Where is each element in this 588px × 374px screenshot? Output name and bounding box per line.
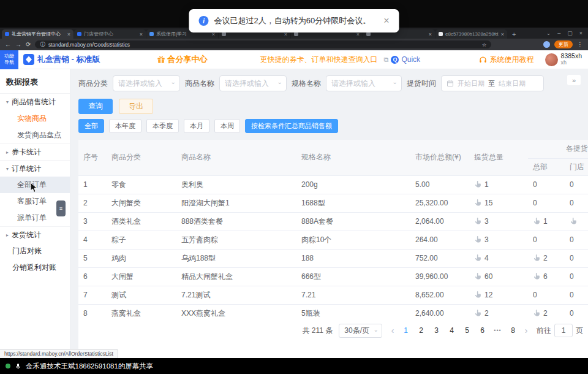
window-close-button[interactable]: ×	[579, 30, 582, 36]
query-button[interactable]: 查询	[78, 99, 113, 114]
sidebar-collapse-handle[interactable]: ≡	[56, 200, 66, 216]
kebab-menu-icon[interactable]: ⋮	[577, 42, 583, 48]
period-tab[interactable]: 本季度	[146, 119, 179, 133]
promo-link[interactable]: 更快捷的券卡、订单和快递查询入口	[260, 55, 378, 65]
forward-icon[interactable]: →	[15, 42, 21, 48]
next-page-icon[interactable]: ›	[522, 326, 530, 335]
tab-close-icon[interactable]: ×	[140, 31, 143, 37]
sidebar-item[interactable]: ▾商品销售统计	[0, 94, 70, 110]
table-cell: 7	[78, 286, 107, 304]
page-number[interactable]: 5	[461, 324, 473, 337]
pickup-total-cell[interactable]: 3	[469, 212, 528, 231]
caret-down-icon: ▾	[6, 166, 12, 172]
sidebar-item[interactable]: 分销返利对账	[0, 259, 70, 276]
table-cell: 188	[296, 249, 410, 267]
table-cell: 肉粽10个	[296, 231, 410, 249]
page-number[interactable]: 3	[430, 324, 443, 337]
browser-tab[interactable]: e8c573980b1328a258fd2e6...×	[435, 29, 507, 39]
page-number[interactable]: 6	[476, 324, 489, 337]
sidebar-item[interactable]: 全部订单	[0, 177, 70, 193]
quick-logo-icon: Q	[391, 56, 399, 64]
store-channel-cell: 0	[565, 175, 588, 194]
prev-page-icon[interactable]: ‹	[388, 326, 397, 335]
sidebar-item[interactable]: 发货商品盘点	[0, 127, 70, 143]
pickup-total-cell[interactable]: 15	[469, 194, 528, 212]
page-number[interactable]: 2	[415, 324, 428, 337]
pickup-total-cell[interactable]: 4	[469, 249, 528, 267]
minimize-button[interactable]: –	[557, 30, 560, 36]
pages-ellipsis-icon[interactable]: •••	[491, 327, 504, 334]
period-tab[interactable]: 本年度	[109, 119, 141, 133]
tab-title: 门店管理中心	[84, 31, 137, 37]
page-jump-input[interactable]	[554, 324, 573, 337]
chrome-update-button[interactable]: 更新	[554, 40, 573, 48]
period-tab[interactable]: 本月	[184, 119, 209, 133]
pickup-total-cell[interactable]: 12	[469, 286, 528, 304]
table-cell: 奥利奥	[176, 175, 296, 194]
pickup-total-cell[interactable]: 3	[469, 231, 528, 249]
hq-channel-cell[interactable]: 2	[528, 249, 565, 267]
tab-search-icon[interactable]: ⌄	[546, 30, 551, 36]
back-icon[interactable]: ←	[5, 42, 11, 48]
brand-logo-icon	[23, 54, 34, 65]
table-cell: 1	[78, 175, 107, 194]
quick-entry[interactable]: ⧉ Q Quick	[384, 55, 421, 64]
page-number[interactable]: 1	[399, 324, 412, 337]
sidebar-item[interactable]: ▸发货统计	[0, 226, 70, 243]
sidebar-item[interactable]: ▾订单统计	[0, 160, 70, 177]
maximize-button[interactable]: ▢	[567, 30, 573, 36]
period-tab[interactable]: 全部	[78, 119, 104, 133]
system-tutorial-link[interactable]: 系统使用教程	[479, 55, 534, 65]
export-button[interactable]: 导出	[119, 99, 153, 114]
column-header: 提货总量	[469, 140, 528, 175]
pickup-total-cell[interactable]: 2	[469, 304, 528, 320]
toast-message: 会议已超过2人，自动转为60分钟限时会议。	[214, 15, 371, 26]
table-scroll-area[interactable]: 序号商品分类商品名称规格名称市场价总额(¥)提货总量各提货渠道总部门店 1零食奥…	[78, 140, 588, 320]
address-bar[interactable]: ⓘ standard.maboy.cn/GoodsStatistics ☆	[35, 40, 491, 48]
sidebar: 数据报表 ▾商品销售统计实物商品发货商品盘点▸券卡统计▾订单统计全部订单客服订单…	[0, 69, 70, 358]
site-info-icon[interactable]: ⓘ	[40, 41, 45, 48]
sidebar-item[interactable]: ▸券卡统计	[0, 143, 70, 160]
share-center-link[interactable]: 合分享中心	[157, 54, 208, 65]
page-size-select[interactable]: 30条/页 ⌄	[339, 324, 382, 338]
period-tab[interactable]: 按检索条件汇总商品销售额	[245, 119, 338, 133]
table-cell: 7.21	[296, 286, 410, 304]
browser-tab[interactable]: 礼盒营销平台管理中心×	[2, 29, 74, 39]
page-number[interactable]: 4	[445, 324, 458, 337]
date-range-picker[interactable]: 开始日期 至 结束日期	[441, 75, 544, 91]
tab-close-icon[interactable]: ×	[67, 31, 70, 37]
sidebar-item[interactable]: 门店对账	[0, 243, 70, 259]
browser-profile-icon[interactable]	[543, 41, 550, 48]
column-header: 市场价总额(¥)	[410, 140, 469, 175]
column-header: 商品名称	[176, 140, 296, 175]
toast-close-icon[interactable]: ×	[383, 15, 389, 26]
bookmark-star-icon[interactable]: ☆	[482, 42, 487, 48]
sidebar-item[interactable]: 实物商品	[0, 110, 70, 127]
hq-channel-cell[interactable]: 2	[528, 304, 565, 320]
tab-close-icon[interactable]: ×	[429, 31, 432, 37]
meeting-toast: i 会议已超过2人，自动转为60分钟限时会议。 ×	[189, 9, 399, 32]
new-tab-button[interactable]: +	[512, 31, 516, 38]
pickup-total-cell[interactable]: 1	[469, 175, 528, 194]
hq-channel-cell[interactable]: 1	[528, 212, 565, 231]
category-select[interactable]: 请选择或输入 ⌄	[113, 75, 180, 91]
function-nav-toggle[interactable]: 功能 导航	[0, 50, 18, 69]
app-body: 数据报表 ▾商品销售统计实物商品发货商品盘点▸券卡统计▾订单统计全部订单客服订单…	[0, 69, 588, 358]
spec-select[interactable]: 请选择或输入 ⌄	[326, 75, 402, 91]
page-number[interactable]: 8	[507, 324, 519, 337]
goods-statistics-table: 序号商品分类商品名称规格名称市场价总额(¥)提货总量各提货渠道总部门店 1零食奥…	[78, 140, 588, 320]
store-channel-cell[interactable]	[565, 212, 588, 231]
hq-channel-cell[interactable]: 6	[528, 267, 565, 286]
panel-collapse-button[interactable]: »	[567, 75, 581, 85]
table-cell: 25,320.00	[410, 194, 469, 212]
user-menu[interactable]: 8385xh xh	[545, 53, 582, 66]
tab-close-icon[interactable]: ×	[501, 31, 504, 37]
goods-name-select[interactable]: 请选择或输入 ⌄	[219, 75, 287, 91]
table-cell: 6	[78, 267, 107, 286]
reload-icon[interactable]: ⟳	[26, 42, 31, 48]
period-tab[interactable]: 本周	[214, 119, 240, 133]
sidebar-item-label: 全部订单	[17, 180, 47, 190]
browser-tab[interactable]: 门店管理中心×	[74, 29, 146, 39]
pickup-total-cell[interactable]: 60	[469, 267, 528, 286]
table-cell: 鸡肉	[107, 249, 176, 267]
